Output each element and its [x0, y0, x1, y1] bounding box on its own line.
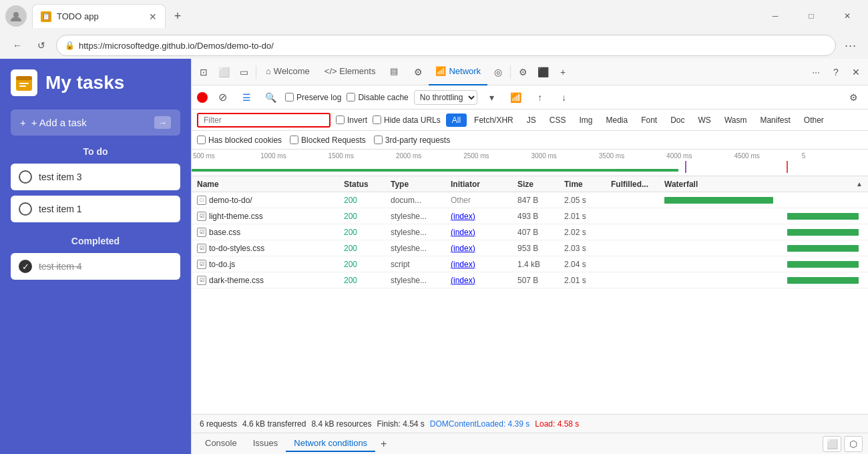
row-type-cell: styleshe...: [391, 244, 451, 253]
header-fulfilled[interactable]: Fulfilled...: [611, 180, 664, 189]
filter-other-button[interactable]: Other: [798, 114, 830, 127]
filter-input[interactable]: [197, 113, 331, 128]
network-settings-button[interactable]: ⚙: [844, 88, 863, 107]
task-item-1[interactable]: test item 3: [11, 164, 180, 190]
filter-img-button[interactable]: Img: [573, 114, 598, 127]
tab-network[interactable]: 📶 Network: [429, 59, 487, 85]
disable-cache-label[interactable]: Disable cache: [347, 93, 408, 102]
device-emulation-button[interactable]: ⬜: [214, 63, 233, 81]
undock-button[interactable]: ⬡: [844, 436, 863, 452]
tab-close-button[interactable]: ✕: [149, 11, 157, 22]
bottom-tab-network-conditions[interactable]: Network conditions: [286, 435, 375, 452]
filter-font-button[interactable]: Font: [635, 114, 663, 127]
profile-avatar[interactable]: [5, 5, 27, 27]
svg-rect-4: [19, 85, 26, 87]
filter-css-button[interactable]: CSS: [544, 114, 572, 127]
header-name[interactable]: Name: [197, 180, 344, 189]
wifi-conditions-button[interactable]: 📶: [507, 88, 525, 107]
disable-cache-checkbox[interactable]: [347, 93, 355, 101]
has-blocked-cookies-label[interactable]: Has blocked cookies: [197, 136, 282, 145]
filter-media-button[interactable]: Media: [600, 114, 634, 127]
row-waterfall-cell: [664, 260, 863, 268]
bottom-tab-issues[interactable]: Issues: [245, 435, 286, 452]
close-button[interactable]: ✕: [832, 5, 863, 27]
inspect-element-button[interactable]: ⊡: [194, 63, 213, 81]
refresh-button[interactable]: ↺: [32, 36, 51, 55]
initiator-link[interactable]: (index): [451, 260, 475, 269]
dock-side-button[interactable]: ⬜: [823, 436, 841, 452]
url-bar[interactable]: 🔒 https://microsoftedge.github.io/Demos/…: [56, 35, 836, 56]
more-button[interactable]: ···: [841, 36, 860, 55]
has-blocked-cookies-checkbox[interactable]: [197, 136, 206, 144]
filter-ws-button[interactable]: WS: [692, 114, 717, 127]
filter-fetch-xhr-button[interactable]: Fetch/XHR: [468, 114, 519, 127]
tab-console[interactable]: ▤: [383, 59, 407, 85]
filter-doc-button[interactable]: Doc: [664, 114, 690, 127]
initiator-link[interactable]: (index): [451, 212, 475, 221]
task-checkbox-1[interactable]: [19, 170, 32, 184]
task-checkbox-2[interactable]: [19, 202, 32, 216]
debugger-button[interactable]: ⚙: [409, 63, 427, 81]
hide-data-urls-label[interactable]: Hide data URLs: [373, 116, 441, 125]
add-task-button[interactable]: + + Add a task →: [11, 109, 180, 136]
third-party-checkbox[interactable]: [374, 136, 383, 144]
filter-button[interactable]: ☰: [237, 88, 256, 107]
table-row[interactable]: ☑ to-do.js 200 script (index) 1.4 kB 2.0…: [192, 256, 868, 272]
minimize-button[interactable]: ─: [760, 5, 791, 27]
table-row[interactable]: ☑ light-theme.css 200 styleshe... (index…: [192, 208, 868, 224]
header-status[interactable]: Status: [344, 180, 391, 189]
record-button[interactable]: [197, 92, 208, 103]
header-initiator[interactable]: Initiator: [451, 180, 517, 189]
tab-welcome[interactable]: ⌂ Welcome: [259, 59, 316, 85]
table-row[interactable]: ☑ dark-theme.css 200 styleshe... (index)…: [192, 272, 868, 288]
network-status-bar: 6 requests 4.6 kB transferred 8.4 kB res…: [192, 414, 868, 433]
more-tools-button[interactable]: +: [554, 63, 572, 81]
preserve-log-label[interactable]: Preserve log: [285, 93, 341, 102]
header-waterfall[interactable]: Waterfall ▲: [664, 180, 863, 189]
initiator-link[interactable]: (index): [451, 244, 475, 253]
filter-manifest-button[interactable]: Manifest: [754, 114, 796, 127]
preserve-log-checkbox[interactable]: [285, 93, 294, 101]
performance-button[interactable]: ◎: [489, 63, 507, 81]
download-button[interactable]: ↓: [555, 88, 574, 107]
upload-button[interactable]: ↑: [531, 88, 550, 107]
task-item-2[interactable]: test item 1: [11, 196, 180, 222]
filter-js-button[interactable]: JS: [521, 114, 542, 127]
sidebar-toggle-button[interactable]: ▭: [234, 63, 253, 81]
throttle-select[interactable]: No throttling Fast 3G Slow 3G Offline: [414, 90, 477, 105]
table-row[interactable]: □ demo-to-do/ 200 docum... Other 847 B 2…: [192, 192, 868, 208]
invert-label[interactable]: Invert: [336, 116, 367, 125]
task-item-3[interactable]: ✓ test item 4: [11, 253, 180, 280]
blocked-requests-checkbox[interactable]: [290, 136, 298, 144]
filter-all-button[interactable]: All: [446, 114, 467, 127]
add-bottom-tab-button[interactable]: +: [375, 435, 392, 453]
help-button[interactable]: ?: [827, 63, 845, 81]
header-type[interactable]: Type: [391, 180, 451, 189]
search-network-button[interactable]: 🔍: [261, 88, 280, 107]
sort-icon: ▲: [856, 180, 863, 188]
new-tab-button[interactable]: +: [168, 7, 187, 25]
invert-checkbox[interactable]: [336, 116, 345, 124]
devtools-more-button[interactable]: ···: [807, 63, 825, 81]
initiator-link[interactable]: (index): [451, 276, 475, 285]
table-row[interactable]: ☑ to-do-styles.css 200 styleshe... (inde…: [192, 240, 868, 256]
blocked-requests-label[interactable]: Blocked Requests: [290, 136, 366, 145]
initiator-link[interactable]: (index): [451, 228, 475, 237]
hide-data-urls-checkbox[interactable]: [373, 116, 381, 124]
header-time[interactable]: Time: [564, 180, 611, 189]
header-size[interactable]: Size: [517, 180, 564, 189]
dock-button[interactable]: ⬛: [533, 63, 552, 81]
settings-gear-button[interactable]: ⚙: [513, 63, 532, 81]
throttle-dropdown-icon[interactable]: ▾: [483, 88, 501, 107]
clear-button[interactable]: ⊘: [213, 88, 232, 107]
table-row[interactable]: ☑ base.css 200 styleshe... (index) 407 B…: [192, 224, 868, 240]
browser-tab[interactable]: 📋 TODO app ✕: [32, 4, 166, 28]
back-button[interactable]: ←: [8, 36, 27, 55]
bottom-tab-console[interactable]: Console: [197, 435, 245, 452]
tab-elements[interactable]: </> Elements: [318, 59, 383, 85]
devtools-close-button[interactable]: ✕: [847, 63, 865, 81]
third-party-label[interactable]: 3rd-party requests: [374, 136, 450, 145]
task-checkbox-3[interactable]: ✓: [19, 260, 32, 273]
filter-wasm-button[interactable]: Wasm: [718, 114, 753, 127]
maximize-button[interactable]: □: [796, 5, 827, 27]
